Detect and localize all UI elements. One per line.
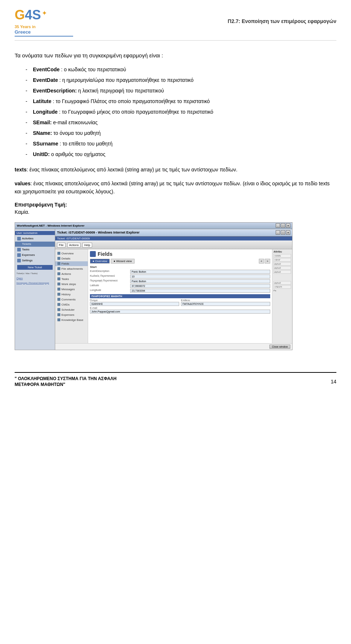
list-item: Latitute : το Γεωγραφικό Πλάτος στο οποί… xyxy=(26,98,336,105)
field-value-kodikos[interactable]: 10 xyxy=(130,274,270,279)
overview-icon xyxy=(57,252,60,255)
field-value-eventdesc[interactable]: Panic Button xyxy=(130,270,270,274)
knowledge-icon xyxy=(57,318,60,321)
field-name-longitude: Longitude : το Γεωγραφικό μήκος στο οποί… xyxy=(33,109,213,115)
sidebar-item-activities[interactable]: Activities xyxy=(15,236,55,241)
nav-item-messages[interactable]: Messages xyxy=(55,287,88,292)
nav-item-details[interactable]: Details xyxy=(55,256,88,261)
sim-toolbar: File Actions Help xyxy=(55,241,292,249)
list-item: EventCode : ο κωδικός του περιστατικού xyxy=(26,66,336,73)
field-label-kodikos: Κωδικός Περιστατικού xyxy=(90,274,130,279)
attrib-item-5: alpha0 xyxy=(273,270,291,274)
page-footer: " ΟΛΟΚΛΗΡΩΜΕΝΟ ΣΥΣΤΗΜΑ ΓΙΑ ΤΗΝ ΑΣΦΑΛΗ ΜΕ… xyxy=(15,372,336,388)
field-name-eventcode: EventCode : ο κωδικός του περιστατικού xyxy=(33,67,126,72)
student-name-value[interactable]: ΙΩΑΝΝΗΣ xyxy=(90,302,179,306)
homepage-link[interactable]: Homepage / Personal Homepage xyxy=(15,281,55,285)
field-name-sname: SName: το όνομα του μαθητή xyxy=(33,130,101,136)
values-description: values: ένας πίνακας αποτελούμενος από λ… xyxy=(15,179,336,196)
open-link[interactable]: Open xyxy=(15,276,55,280)
nav-item-worksteps[interactable]: Work steps xyxy=(55,282,88,287)
student-email-label: E-mail xyxy=(90,307,270,309)
toolbar-help[interactable]: Help xyxy=(82,243,92,247)
nav-item-file-attach[interactable]: File attachments xyxy=(55,266,88,271)
sim-section-start: Start xyxy=(90,265,270,269)
sidebar-item-settings[interactable]: Settings xyxy=(15,258,55,263)
nav-item-overview[interactable]: Overview xyxy=(55,251,88,256)
return-value-heading: Επιστρεφόμενη Τιμή: xyxy=(15,202,336,208)
field-row-kodikos: Κωδικός Περιστατικού 10 xyxy=(90,274,270,279)
maximize-button[interactable]: □ xyxy=(281,223,285,228)
texts-description: texts: ένας πίνακας αποτελούμενος από λε… xyxy=(15,166,336,174)
field-label-latitude: Latitude xyxy=(90,284,130,288)
expenses-icon xyxy=(17,253,21,257)
field-value-latitude[interactable]: 37,9908372 xyxy=(130,284,270,288)
close-button[interactable]: × xyxy=(286,223,290,228)
messages-icon xyxy=(57,288,60,291)
attrib-item-6: alpha0 xyxy=(273,281,291,285)
activities-icon xyxy=(17,237,21,240)
tab-overview[interactable]: ● Overview xyxy=(90,259,110,264)
list-item: EventDate : η ημερομηνία/ώρα που πραγματ… xyxy=(26,76,336,84)
tickets-icon xyxy=(17,242,21,246)
field-value-perigrafi[interactable]: Panic Button xyxy=(130,279,270,283)
nav-item-actions[interactable]: Actions xyxy=(55,272,88,276)
attrib-item-1: <64θΝ xyxy=(273,254,291,258)
field-name-eventdesc: EventDescription: η λεκτική περιγραφή το… xyxy=(33,88,164,94)
field-value-longitude[interactable]: 23,7383394 xyxy=(130,289,270,293)
logo-container: G 4S ✦ 35 Years in Greece xyxy=(15,7,73,37)
sim-user-bar: User: iscinetadmin xyxy=(15,231,55,235)
logo-tagline-text: 35 Years in xyxy=(15,24,35,29)
footer-page-number: 14 xyxy=(331,379,336,384)
return-value-text: Καμία. xyxy=(15,209,336,215)
worksteps-icon xyxy=(57,283,60,285)
expenses-label: Expenses xyxy=(22,253,35,257)
toolbar-actions[interactable]: Actions xyxy=(67,243,80,247)
student-surname-value[interactable]: ΠΑΠΑΔΟΠΟΥΛΟΣ xyxy=(181,302,270,306)
tab-wizard[interactable]: ● Wizard view xyxy=(111,259,134,264)
list-item: SSurname : το επίθετο του μαθητή xyxy=(26,140,336,148)
tickets-label: Tickets xyxy=(22,242,31,246)
sim-outer-buttons: _ □ × xyxy=(276,223,290,228)
cmds-icon xyxy=(57,303,60,306)
attrib-pa: Pa xyxy=(273,289,291,292)
sidebar-item-tickets[interactable]: Tickets xyxy=(15,242,55,247)
header-title: Π2.7: Ενοποίηση των επιμέρους εφαρμογών xyxy=(228,7,336,24)
nav-item-knowledge[interactable]: Knowledge Base xyxy=(55,318,88,322)
sim-main: Ticket: iSTUDENT-00009 - Windows Interne… xyxy=(55,229,292,350)
nav-item-history[interactable]: History xyxy=(55,292,88,297)
nav-item-cmds[interactable]: CMDs xyxy=(55,302,88,307)
attrib-item-3: alpha0 xyxy=(273,262,291,266)
inner-close-button[interactable]: × xyxy=(286,230,290,235)
toolbar-file[interactable]: File xyxy=(57,243,65,247)
nav-item-comments[interactable]: Comments xyxy=(55,297,88,302)
inner-maximize-button[interactable]: □ xyxy=(281,230,285,235)
nav-expenses-icon xyxy=(57,313,60,316)
student-email-value[interactable]: John.PappasQgmail.com xyxy=(90,310,270,314)
field-name-latitute: Latitute : το Γεωγραφικό Πλάτος στο οποί… xyxy=(33,98,210,104)
logo-greece-text: Greece xyxy=(15,29,35,35)
nav-forward-button[interactable]: > xyxy=(265,259,270,264)
attrib-item-2: <ΦΛΙΓ xyxy=(273,258,291,262)
page-header: G 4S ✦ 35 Years in Greece Π2.7: Ενοποίησ… xyxy=(15,7,336,41)
logo-star-icon: ✦ xyxy=(42,9,47,17)
sim-student-name-row: Όνομα ΙΩΑΝΝΗΣ Επίθετο ΠΑΠΑΔΟΠΟΥΛΟΣ xyxy=(90,299,270,306)
nav-item-tasks[interactable]: Tasks xyxy=(55,277,88,281)
sim-new-ticket-button[interactable]: New Ticket xyxy=(17,265,53,270)
settings-label: Settings xyxy=(22,259,33,262)
inner-minimize-button[interactable]: _ xyxy=(276,230,280,235)
field-row-perigrafi: Περιγραφή Περιστατικού Panic Button xyxy=(90,279,270,283)
sidebar-item-tasks[interactable]: Tasks xyxy=(15,247,55,252)
history-icon xyxy=(57,293,60,296)
field-name-unitid: UnitID: ο αριθμός του οχήματος xyxy=(33,151,105,157)
sidebar-item-expenses[interactable]: Expenses xyxy=(15,253,55,258)
nav-item-expenses[interactable]: Expenses xyxy=(55,312,88,317)
sim-right-title: Attribu xyxy=(273,250,291,253)
close-window-button[interactable]: Close window xyxy=(269,345,290,349)
list-item: EventDescription: η λεκτική περιγραφή το… xyxy=(26,87,336,95)
nav-back-button[interactable]: < xyxy=(259,259,264,264)
sim-fields-panel: Fields ● Overview ● Wizard view < > xyxy=(88,249,272,343)
nav-item-scheduler[interactable]: Scheduler xyxy=(55,307,88,312)
nav-item-fields[interactable]: Fields xyxy=(55,261,88,266)
scheduler-icon xyxy=(57,308,60,311)
minimize-button[interactable]: _ xyxy=(276,223,280,228)
